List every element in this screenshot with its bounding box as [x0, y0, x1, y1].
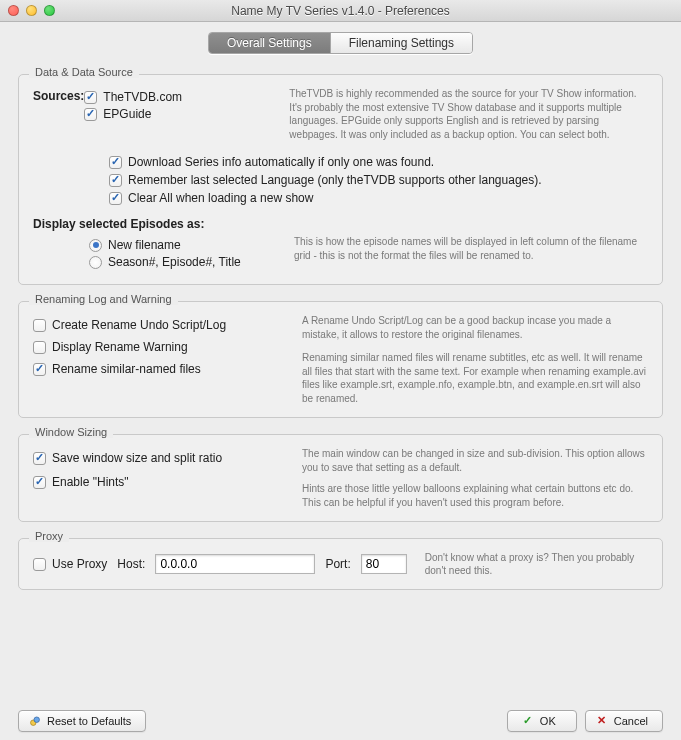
group-proxy: Proxy Use Proxy Host: Port: Don't know w…	[18, 538, 663, 590]
checkbox-icon	[109, 174, 122, 187]
checkbox-epguide[interactable]: EPGuide	[84, 107, 289, 121]
zoom-window-button[interactable]	[44, 5, 55, 16]
group-data-source: Data & Data Source Sources: TheTVDB.com …	[18, 74, 663, 285]
radio-label: Season#, Episode#, Title	[108, 255, 241, 269]
window-sizing-desc-2: Hints are those little yellow balloons e…	[302, 482, 648, 509]
window-title: Name My TV Series v1.4.0 - Preferences	[0, 4, 681, 18]
radio-season-episode-title[interactable]: Season#, Episode#, Title	[89, 255, 294, 269]
close-window-button[interactable]	[8, 5, 19, 16]
checkbox-create-undo[interactable]: Create Rename Undo Script/Log	[33, 318, 288, 332]
group-legend: Window Sizing	[29, 426, 113, 438]
sources-description: TheTVDB is highly recommended as the sou…	[289, 87, 648, 141]
checkbox-save-window-size[interactable]: Save window size and split ratio	[33, 451, 288, 465]
checkbox-label: Rename similar-named files	[52, 362, 201, 376]
radio-icon	[89, 256, 102, 269]
display-as-label: Display selected Episodes as:	[33, 217, 648, 231]
checkbox-icon	[84, 108, 97, 121]
checkbox-icon	[33, 452, 46, 465]
radio-icon	[89, 239, 102, 252]
footer: Reset to Defaults ✓ OK ✕ Cancel	[18, 710, 663, 732]
renaming-desc-2: Renaming similar named files will rename…	[302, 351, 648, 405]
checkbox-label: Remember last selected Language (only th…	[128, 173, 542, 187]
traffic-lights	[0, 5, 55, 16]
radio-label: New filename	[108, 238, 181, 252]
tab-bar: Overall Settings Filenaming Settings	[0, 32, 681, 54]
checkbox-icon	[33, 319, 46, 332]
cancel-button[interactable]: ✕ Cancel	[585, 710, 663, 732]
checkbox-label: Use Proxy	[52, 557, 107, 571]
checkbox-label: TheTVDB.com	[103, 90, 182, 104]
checkbox-icon	[109, 156, 122, 169]
check-icon: ✓	[522, 714, 534, 727]
ok-button[interactable]: ✓ OK	[507, 710, 577, 732]
checkbox-clear-all[interactable]: Clear All when loading a new show	[109, 191, 648, 205]
renaming-desc-1: A Rename Undo Script/Log can be a good b…	[302, 314, 648, 341]
window-sizing-desc-1: The main window can be changed in size a…	[302, 447, 648, 474]
button-label: Reset to Defaults	[47, 715, 131, 727]
content-area: Data & Data Source Sources: TheTVDB.com …	[0, 54, 681, 600]
button-label: OK	[540, 715, 556, 727]
checkbox-thetvdb[interactable]: TheTVDB.com	[84, 90, 289, 104]
group-legend: Proxy	[29, 530, 69, 542]
group-legend: Data & Data Source	[29, 66, 139, 78]
titlebar: Name My TV Series v1.4.0 - Preferences	[0, 0, 681, 22]
display-as-description: This is how the episode names will be di…	[294, 235, 648, 262]
proxy-host-label: Host:	[117, 557, 145, 571]
checkbox-enable-hints[interactable]: Enable "Hints"	[33, 475, 288, 489]
checkbox-icon	[33, 558, 46, 571]
checkbox-label: EPGuide	[103, 107, 151, 121]
checkbox-icon	[33, 363, 46, 376]
proxy-port-label: Port:	[325, 557, 350, 571]
checkbox-icon	[33, 341, 46, 354]
group-renaming: Renaming Log and Warning Create Rename U…	[18, 301, 663, 418]
checkbox-icon	[33, 476, 46, 489]
checkbox-label: Save window size and split ratio	[52, 451, 222, 465]
proxy-port-input[interactable]	[361, 554, 407, 574]
tab-filenaming-settings[interactable]: Filenaming Settings	[331, 33, 472, 53]
checkbox-rename-similar[interactable]: Rename similar-named files	[33, 362, 288, 376]
checkbox-use-proxy[interactable]: Use Proxy	[33, 557, 107, 571]
proxy-description: Don't know what a proxy is? Then you pro…	[425, 551, 648, 577]
button-label: Cancel	[614, 715, 648, 727]
checkbox-remember-language[interactable]: Remember last selected Language (only th…	[109, 173, 648, 187]
group-window-sizing: Window Sizing Save window size and split…	[18, 434, 663, 522]
group-legend: Renaming Log and Warning	[29, 293, 178, 305]
x-icon: ✕	[596, 714, 608, 727]
checkbox-icon	[109, 192, 122, 205]
tab-segmented-control: Overall Settings Filenaming Settings	[208, 32, 473, 54]
reset-icon	[29, 714, 41, 728]
sources-label: Sources:	[33, 87, 84, 103]
checkbox-label: Enable "Hints"	[52, 475, 129, 489]
checkbox-icon	[84, 91, 97, 104]
reset-to-defaults-button[interactable]: Reset to Defaults	[18, 710, 146, 732]
checkbox-label: Clear All when loading a new show	[128, 191, 313, 205]
minimize-window-button[interactable]	[26, 5, 37, 16]
proxy-host-input[interactable]	[155, 554, 315, 574]
checkbox-display-warning[interactable]: Display Rename Warning	[33, 340, 288, 354]
checkbox-label: Display Rename Warning	[52, 340, 188, 354]
tab-overall-settings[interactable]: Overall Settings	[209, 33, 331, 53]
checkbox-label: Download Series info automatically if on…	[128, 155, 434, 169]
svg-point-1	[34, 716, 39, 721]
checkbox-label: Create Rename Undo Script/Log	[52, 318, 226, 332]
radio-new-filename[interactable]: New filename	[89, 238, 294, 252]
checkbox-download-auto[interactable]: Download Series info automatically if on…	[109, 155, 648, 169]
